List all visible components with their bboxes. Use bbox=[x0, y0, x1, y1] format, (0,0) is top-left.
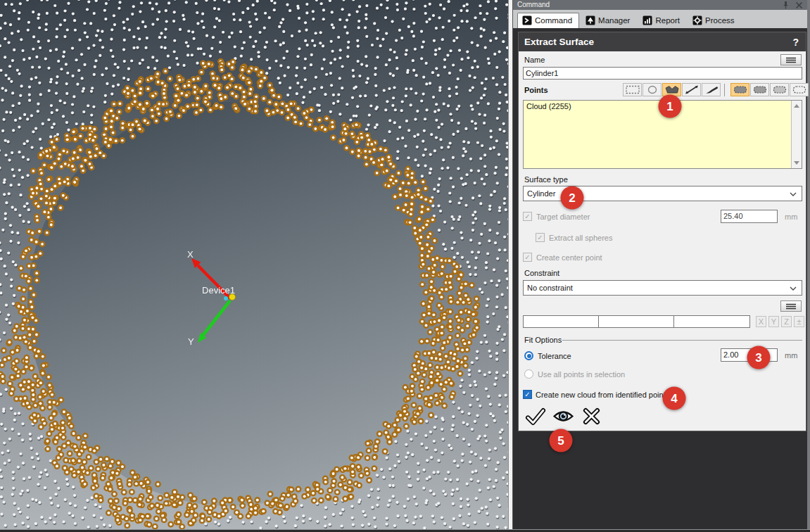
points-selection-modes bbox=[730, 83, 809, 96]
extract-all-spheres-label: Extract all spheres bbox=[549, 234, 612, 242]
checkmark-icon bbox=[524, 405, 546, 427]
use-all-points-label: Use all points in selection bbox=[538, 370, 625, 379]
axis-y-arrow bbox=[203, 300, 230, 336]
scroll-up-icon[interactable] bbox=[792, 101, 802, 111]
create-new-cloud-label: Create new cloud from identified points bbox=[536, 391, 669, 399]
create-center-point-checkbox[interactable]: ✓ bbox=[523, 253, 532, 262]
axis-triad: X Y Device1 bbox=[0, 0, 508, 529]
cancel-button[interactable] bbox=[581, 405, 602, 427]
constraint-select[interactable]: No constraint bbox=[523, 280, 802, 296]
tab-label: Process bbox=[705, 16, 735, 25]
tab-process[interactable]: Process bbox=[688, 13, 741, 28]
ellipse-selection-icon[interactable] bbox=[643, 83, 662, 96]
application-window: X Y Device1 Command CommandManagerReport… bbox=[0, 0, 810, 532]
axis-y-label: Y bbox=[188, 336, 194, 347]
tab-manager[interactable]: Manager bbox=[581, 13, 636, 28]
create-center-point-label: Create center point bbox=[536, 253, 602, 262]
target-diameter-input[interactable]: 25.40 bbox=[721, 210, 778, 223]
annotation-badge-2: 2 bbox=[561, 186, 584, 210]
fit-options-rule bbox=[562, 340, 802, 341]
dialog-actions bbox=[524, 405, 602, 427]
axis-button-y[interactable]: Y bbox=[768, 316, 779, 327]
create-new-cloud-checkbox[interactable]: ✓ bbox=[523, 390, 532, 399]
extract-all-spheres-checkbox[interactable]: ✓ bbox=[536, 233, 545, 242]
device-label: Device1 bbox=[202, 285, 235, 296]
tab-command[interactable]: Command bbox=[517, 13, 579, 28]
tab-report[interactable]: Report bbox=[638, 13, 686, 28]
target-diameter-label: Target diameter bbox=[536, 213, 590, 221]
hamburger-icon bbox=[785, 57, 797, 63]
name-menu-button[interactable] bbox=[780, 54, 802, 65]
tab-label: Manager bbox=[598, 16, 630, 25]
tolerance-unit: mm bbox=[785, 351, 797, 360]
window-bottom-edge bbox=[0, 529, 810, 532]
line-selection-icon[interactable] bbox=[682, 83, 701, 96]
help-icon[interactable]: ? bbox=[792, 37, 806, 48]
tab-label: Report bbox=[655, 16, 680, 25]
toolbar-separator bbox=[724, 84, 725, 96]
axis-button-z[interactable]: Z bbox=[781, 316, 792, 327]
axis-x-label: X bbox=[187, 249, 194, 260]
coordinate-y-input[interactable] bbox=[598, 315, 674, 328]
hamburger-icon bbox=[785, 303, 797, 310]
annotation-badge-5: 5 bbox=[550, 429, 573, 452]
surface-type-value: Cylinder bbox=[527, 189, 555, 198]
dialog-header: Extract Surface ? bbox=[519, 32, 806, 51]
points-label: Points bbox=[524, 86, 548, 94]
chevron-down-icon bbox=[790, 189, 802, 198]
axis-z-node bbox=[224, 296, 228, 300]
selection-fill-mode-4-icon[interactable] bbox=[790, 83, 809, 96]
coordinate-x-input[interactable] bbox=[523, 315, 599, 328]
panel-title: Command bbox=[517, 0, 550, 10]
name-input[interactable]: Cylinder1 bbox=[523, 67, 802, 80]
panel-splitter[interactable] bbox=[508, 0, 513, 529]
eye-icon bbox=[552, 405, 574, 427]
annotation-badge-3: 3 bbox=[747, 346, 771, 369]
selection-fill-mode-2-icon[interactable] bbox=[750, 83, 769, 96]
preview-button[interactable] bbox=[552, 405, 574, 427]
pin-icon[interactable] bbox=[782, 1, 790, 9]
brush-selection-icon[interactable] bbox=[702, 83, 721, 96]
name-label: Name bbox=[524, 56, 545, 64]
dialog-title: Extract Surface bbox=[519, 37, 594, 47]
selection-fill-mode-3-icon[interactable] bbox=[770, 83, 789, 96]
extract-surface-dialog: Extract Surface ? Name Cylinder1 Points bbox=[518, 32, 806, 431]
coordinate-z-input[interactable] bbox=[673, 315, 750, 328]
scroll-down-icon[interactable] bbox=[792, 158, 802, 168]
use-all-points-radio[interactable] bbox=[524, 369, 533, 379]
tab-label: Command bbox=[535, 16, 572, 25]
constraint-menu-button[interactable] bbox=[780, 300, 802, 312]
confirm-button[interactable] bbox=[524, 405, 546, 427]
selection-fill-mode-1-icon[interactable] bbox=[730, 83, 749, 96]
axis-button-x[interactable]: X bbox=[756, 316, 766, 327]
chevron-down-icon bbox=[790, 284, 802, 292]
annotation-badge-1: 1 bbox=[659, 95, 682, 118]
x-icon bbox=[581, 405, 602, 427]
constraint-value: No constraint bbox=[527, 284, 573, 292]
tolerance-label: Tolerance bbox=[538, 352, 571, 360]
points-list-scrollbar[interactable] bbox=[791, 101, 802, 168]
panel-titlebar: Command bbox=[513, 0, 807, 10]
tolerance-radio[interactable] bbox=[524, 351, 533, 360]
constraint-label: Constraint bbox=[524, 269, 559, 277]
panel-tab-bar: CommandManagerReportProcess bbox=[513, 10, 807, 28]
close-icon[interactable] bbox=[795, 1, 803, 9]
axis-button-±[interactable]: ± bbox=[794, 316, 804, 327]
annotation-badge-4: 4 bbox=[663, 387, 686, 410]
target-diameter-checkbox[interactable]: ✓ bbox=[523, 212, 532, 221]
target-diameter-unit: mm bbox=[785, 213, 797, 221]
fit-options-label: Fit Options bbox=[524, 336, 562, 344]
3d-viewport[interactable]: X Y Device1 bbox=[0, 0, 508, 529]
rectangle-selection-icon[interactable] bbox=[623, 83, 642, 96]
surface-type-label: Surface type bbox=[524, 175, 568, 184]
